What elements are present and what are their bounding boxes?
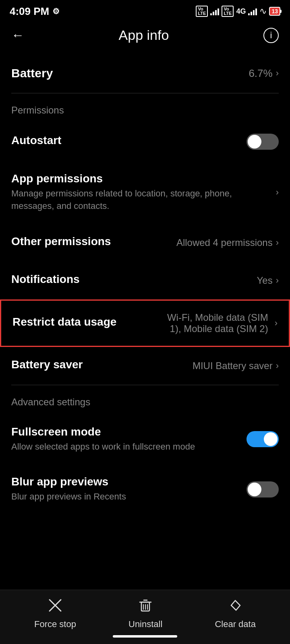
battery-row[interactable]: Battery 6.7% ›	[0, 54, 290, 93]
gear-icon: ⚙	[52, 6, 60, 16]
app-permissions-chevron: ›	[276, 187, 279, 198]
uninstall-label: Uninstall	[128, 619, 162, 630]
vo-lte-icon-1: VoLTE	[196, 6, 208, 17]
info-button[interactable]: i	[263, 28, 279, 43]
blur-app-previews-left: Blur app previews Blur app previews in R…	[11, 475, 246, 503]
fullscreen-mode-toggle-knob	[264, 432, 278, 446]
back-button[interactable]: ←	[11, 28, 24, 43]
battery-saver-title: Battery saver	[11, 358, 186, 371]
restrict-data-usage-chevron: ›	[275, 318, 278, 328]
battery-saver-chevron: ›	[276, 361, 279, 371]
svg-line-9	[231, 605, 236, 610]
time-display: 4:09 PM	[10, 5, 49, 18]
fullscreen-mode-left: Fullscreen mode Allow selected apps to w…	[11, 425, 246, 453]
clear-data-action[interactable]: Clear data	[215, 598, 256, 630]
content-area: Battery 6.7% › Permissions Autostart App…	[0, 54, 290, 587]
fullscreen-mode-toggle[interactable]	[246, 431, 279, 447]
other-permissions-left: Other permissions	[11, 235, 170, 250]
fullscreen-mode-title: Fullscreen mode	[11, 425, 246, 438]
signal-bars-1	[210, 7, 219, 15]
bottom-bar: Force stop Uninstall	[0, 590, 290, 644]
battery-saver-value: MIUI Battery saver	[193, 360, 273, 372]
notifications-title: Notifications	[11, 273, 251, 286]
blur-app-previews-toggle[interactable]	[246, 481, 279, 497]
clear-data-label: Clear data	[215, 619, 256, 630]
blur-app-previews-title: Blur app previews	[11, 475, 246, 488]
autostart-left: Autostart	[11, 134, 246, 149]
other-permissions-title: Other permissions	[11, 235, 170, 248]
fullscreen-mode-subtitle: Allow selected apps to work in fullscree…	[11, 441, 246, 453]
notifications-row[interactable]: Notifications Yes ›	[0, 262, 290, 299]
vo-lte-icon-2: VoLTE	[222, 6, 234, 17]
status-bar: 4:09 PM ⚙ VoLTE VoLTE 4G ∿ 13	[0, 0, 290, 21]
app-permissions-left: App permissions Manage permissions relat…	[11, 172, 269, 213]
battery-level: 13	[271, 8, 278, 14]
clear-data-icon	[228, 598, 242, 616]
other-permissions-row[interactable]: Other permissions Allowed 4 permissions …	[0, 224, 290, 262]
notifications-value: Yes	[257, 275, 273, 286]
restrict-data-usage-title: Restrict data usage	[12, 316, 158, 328]
status-left: 4:09 PM ⚙	[10, 5, 60, 18]
restrict-data-usage-value: Wi-Fi, Mobile data (SIM 1), Mobile data …	[165, 312, 268, 334]
status-right: VoLTE VoLTE 4G ∿ 13	[196, 6, 280, 17]
uninstall-icon	[138, 598, 153, 616]
battery-saver-row[interactable]: Battery saver MIUI Battery saver ›	[0, 347, 290, 385]
battery-indicator: 13	[269, 7, 280, 16]
battery-saver-left: Battery saver	[11, 358, 186, 374]
force-stop-label: Force stop	[34, 619, 76, 630]
app-permissions-subtitle: Manage permissions related to location, …	[11, 188, 269, 213]
force-stop-icon	[48, 598, 62, 616]
wifi-icon: ∿	[259, 6, 267, 17]
other-permissions-value: Allowed 4 permissions	[176, 237, 273, 248]
4g-label: 4G	[236, 7, 246, 16]
restrict-data-usage-right: Wi-Fi, Mobile data (SIM 1), Mobile data …	[165, 312, 278, 334]
autostart-row[interactable]: Autostart	[0, 122, 290, 161]
advanced-settings-label: Advanced settings	[0, 385, 290, 414]
notifications-left: Notifications	[11, 273, 251, 288]
battery-value-row: 6.7% ›	[249, 67, 279, 80]
bottom-actions: Force stop Uninstall	[0, 598, 290, 630]
autostart-title: Autostart	[11, 134, 246, 147]
battery-label: Battery	[11, 66, 53, 80]
page-title: App info	[119, 27, 169, 43]
restrict-data-usage-left: Restrict data usage	[12, 316, 158, 331]
app-permissions-right: ›	[276, 187, 279, 198]
uninstall-action[interactable]: Uninstall	[128, 598, 162, 630]
svg-marker-8	[231, 601, 240, 610]
battery-chevron: ›	[276, 68, 279, 78]
battery-value: 6.7%	[249, 67, 272, 80]
app-permissions-title: App permissions	[11, 172, 269, 185]
autostart-toggle-knob	[248, 135, 261, 149]
battery-saver-right: MIUI Battery saver ›	[193, 360, 279, 372]
notifications-chevron: ›	[276, 275, 279, 286]
notifications-right: Yes ›	[257, 275, 279, 286]
other-permissions-right: Allowed 4 permissions ›	[176, 237, 279, 248]
force-stop-action[interactable]: Force stop	[34, 598, 76, 630]
app-header: ← App info i	[0, 21, 290, 50]
blur-app-previews-toggle-knob	[248, 483, 261, 496]
restrict-data-usage-row[interactable]: Restrict data usage Wi-Fi, Mobile data (…	[0, 299, 290, 347]
blur-app-previews-subtitle: Blur app previews in Recents	[11, 491, 246, 503]
autostart-toggle[interactable]	[246, 134, 279, 150]
blur-app-previews-row[interactable]: Blur app previews Blur app previews in R…	[0, 464, 290, 514]
home-indicator	[113, 635, 177, 638]
signal-bars-2	[248, 7, 257, 15]
fullscreen-mode-row[interactable]: Fullscreen mode Allow selected apps to w…	[0, 414, 290, 464]
other-permissions-chevron: ›	[276, 237, 279, 248]
app-permissions-row[interactable]: App permissions Manage permissions relat…	[0, 161, 290, 224]
info-icon: i	[270, 30, 272, 41]
permissions-section-label: Permissions	[0, 93, 290, 122]
